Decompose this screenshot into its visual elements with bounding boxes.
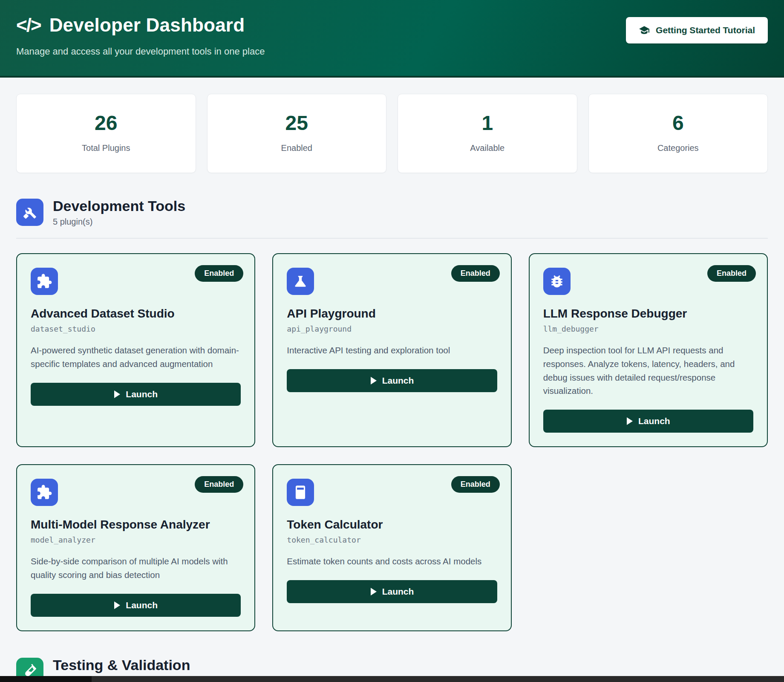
stat-value: 6 — [593, 111, 764, 135]
plugin-name: Advanced Dataset Studio — [31, 307, 241, 321]
play-icon — [370, 588, 377, 595]
puzzle-icon — [31, 479, 58, 506]
page-title: Developer Dashboard — [49, 14, 245, 36]
plugin-slug: token_calculator — [287, 535, 497, 544]
launch-button[interactable]: Launch — [31, 594, 241, 617]
puzzle-icon — [31, 268, 58, 295]
plugin-slug: api_playground — [287, 324, 497, 333]
section-header-development-tools: Development Tools 5 plugin(s) — [16, 198, 768, 239]
plugin-slug: model_analyzer — [31, 535, 241, 544]
tutorial-button-label: Getting Started Tutorial — [656, 25, 755, 35]
plugin-name: Multi-Model Response Analyzer — [31, 518, 241, 532]
plugin-card-model-analyzer: Enabled Multi-Model Response Analyzer mo… — [16, 464, 255, 631]
play-icon — [114, 390, 121, 398]
stat-card-enabled: 25 Enabled — [207, 94, 387, 173]
plugin-description: Interactive API testing and exploration … — [287, 344, 497, 357]
plugin-description: AI-powered synthetic dataset generation … — [31, 344, 241, 371]
plugin-card-llm-debugger: Enabled LLM Response Debugger llm_debugg… — [529, 253, 768, 447]
launch-button[interactable]: Launch — [543, 410, 753, 433]
plugin-card-api-playground: Enabled API Playground api_playground In… — [272, 253, 511, 447]
plugin-name: API Playground — [287, 307, 497, 321]
play-icon — [114, 601, 121, 609]
plugin-description: Side-by-side comparison of multiple AI m… — [31, 555, 241, 582]
launch-button[interactable]: Launch — [287, 369, 497, 392]
plugin-slug: dataset_studio — [31, 324, 241, 333]
stat-value: 26 — [21, 111, 191, 135]
calculator-icon — [287, 479, 314, 506]
status-badge: Enabled — [451, 476, 500, 493]
launch-button[interactable]: Launch — [31, 383, 241, 406]
plugin-slug: llm_debugger — [543, 324, 753, 333]
plugin-name: LLM Response Debugger — [543, 307, 753, 321]
stat-label: Categories — [593, 143, 764, 153]
stat-card-total-plugins: 26 Total Plugins — [16, 94, 196, 173]
section-title: Testing & Validation — [53, 657, 190, 673]
section-plugin-count: 5 plugin(s) — [53, 217, 185, 227]
stat-value: 1 — [402, 111, 573, 135]
bug-icon — [543, 268, 571, 295]
status-badge: Enabled — [195, 265, 243, 282]
status-badge: Enabled — [451, 265, 500, 282]
code-icon: </> — [16, 16, 41, 35]
stat-label: Total Plugins — [21, 143, 191, 153]
flask-icon — [287, 268, 314, 295]
plugin-card-dataset-studio: Enabled Advanced Dataset Studio dataset_… — [16, 253, 255, 447]
page-subtitle: Manage and access all your development t… — [16, 46, 768, 57]
stat-card-categories: 6 Categories — [588, 94, 768, 173]
status-badge: Enabled — [707, 265, 756, 282]
play-icon — [626, 417, 633, 425]
plugin-description: Estimate token counts and costs across A… — [287, 555, 497, 568]
launch-button-label: Launch — [638, 416, 670, 426]
stat-label: Available — [402, 143, 573, 153]
bottom-cutoff-strip — [0, 676, 784, 682]
plugin-name: Token Calculator — [287, 518, 497, 532]
launch-button-label: Launch — [382, 376, 414, 386]
stats-row: 26 Total Plugins 25 Enabled 1 Available … — [16, 94, 768, 173]
stat-card-available: 1 Available — [398, 94, 577, 173]
launch-button[interactable]: Launch — [287, 580, 497, 603]
app-header: </> Developer Dashboard Manage and acces… — [0, 0, 784, 78]
launch-button-label: Launch — [382, 587, 414, 597]
plugin-description: Deep inspection tool for LLM API request… — [543, 344, 753, 398]
stat-value: 25 — [212, 111, 382, 135]
section-title: Development Tools — [53, 198, 185, 214]
graduation-cap-icon — [639, 25, 650, 36]
status-badge: Enabled — [195, 476, 243, 493]
stat-label: Enabled — [212, 143, 382, 153]
getting-started-tutorial-button[interactable]: Getting Started Tutorial — [626, 17, 768, 43]
tools-icon — [16, 199, 43, 226]
launch-button-label: Launch — [126, 389, 158, 399]
bottom-cutoff-strip-dark — [0, 676, 92, 682]
plugin-card-token-calculator: Enabled Token Calculator token_calculato… — [272, 464, 511, 631]
launch-button-label: Launch — [126, 600, 158, 610]
plugin-grid: Enabled Advanced Dataset Studio dataset_… — [16, 253, 768, 631]
play-icon — [370, 377, 377, 384]
